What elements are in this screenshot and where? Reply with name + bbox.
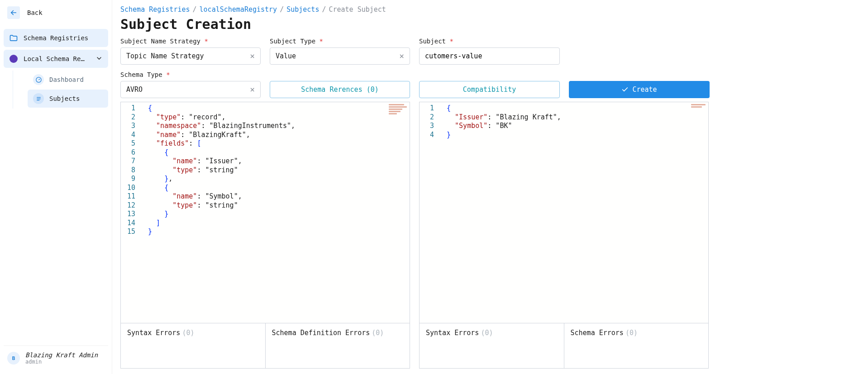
schema-definition-errors: Schema Definition Errors(0) [265, 323, 410, 368]
compat-wrap: Compatibility [419, 71, 560, 98]
crumb-subjects[interactable]: Subjects [286, 5, 319, 14]
sample-editor[interactable]: 1234 { "Issuer": "Blazing Kraft", "Symbo… [420, 102, 708, 323]
sample-schema-errors: Schema Errors(0) [564, 323, 709, 368]
sample-syntax-errors: Syntax Errors(0) [420, 323, 564, 368]
crumb-current: Create Subject [329, 5, 386, 14]
subject-label-text: Subject * [419, 38, 560, 45]
check-icon [621, 86, 629, 93]
references-wrap: Schema Rerences (0) [270, 71, 410, 98]
name-strategy-label: Subject Name Strategy * [120, 38, 261, 45]
sidebar-item-label: Subjects [49, 95, 80, 102]
list-icon [33, 93, 44, 104]
subject-type-label: Subject Type * [270, 38, 410, 45]
back-label: Back [27, 9, 43, 16]
minimap-icon [691, 104, 706, 108]
schema-editor-gutter: 123456789101112131415 [121, 102, 143, 323]
clear-icon[interactable]: × [250, 85, 255, 94]
schema-syntax-errors: Syntax Errors(0) [121, 323, 265, 368]
compatibility-button[interactable]: Compatibility [419, 81, 560, 98]
subject-type-select[interactable]: Value × [270, 47, 410, 65]
field-subject-type: Subject Type * Value × [270, 38, 410, 65]
main-content: Schema Registries / localSchemaRegistry … [112, 0, 868, 374]
form-row-1: Subject Name Strategy * Topic Name Strat… [120, 38, 860, 65]
subject-input[interactable] [419, 47, 560, 65]
sidebar-item-subjects[interactable]: Subjects [28, 90, 108, 108]
minimap-icon [389, 104, 407, 115]
crumb-sep: / [280, 5, 284, 14]
sidebar: Back Schema Registries Local Schema Regi… [0, 0, 112, 374]
clear-icon[interactable]: × [399, 52, 404, 60]
schema-editor[interactable]: 123456789101112131415 { "type": "record"… [121, 102, 410, 323]
breadcrumb: Schema Registries / localSchemaRegistry … [120, 5, 860, 14]
create-wrap: Create [569, 71, 710, 98]
name-strategy-select[interactable]: Topic Name Strategy × [120, 47, 261, 65]
chevron-down-icon [95, 55, 103, 63]
page-title: Subject Creation [120, 16, 860, 32]
schema-type-label: Schema Type * [120, 71, 261, 78]
create-button[interactable]: Create [569, 81, 710, 98]
gauge-icon [33, 74, 44, 85]
sample-errors-row: Syntax Errors(0) Schema Errors(0) [420, 323, 708, 368]
schema-type-value: AVRO [126, 85, 143, 94]
sample-editor-panel: 1234 { "Issuer": "Blazing Kraft", "Symbo… [419, 102, 709, 369]
name-strategy-value: Topic Name Strategy [126, 52, 204, 60]
sample-editor-gutter: 1234 [420, 102, 442, 323]
create-button-label: Create [632, 85, 657, 94]
nav-schema-registries-label: Schema Registries [24, 34, 88, 42]
back-icon [7, 6, 20, 19]
nav-local-schema-registry-label: Local Schema Regi… [24, 55, 87, 62]
crumb-sep: / [322, 5, 326, 14]
sidebar-item-dashboard[interactable]: Dashboard [28, 71, 108, 89]
sample-editor-code[interactable]: { "Issuer": "Blazing Kraft", "Symbol": "… [442, 102, 708, 323]
field-name-strategy: Subject Name Strategy * Topic Name Strat… [120, 38, 261, 65]
folder-icon [9, 33, 18, 43]
footer-username: Blazing Kraft Admin [25, 351, 98, 359]
sidebar-footer: B Blazing Kraft Admin admin [4, 346, 108, 370]
clear-icon[interactable]: × [250, 52, 255, 60]
crumb-registries[interactable]: Schema Registries [120, 5, 190, 14]
field-subject: Subject * [419, 38, 560, 65]
schema-type-select[interactable]: AVRO × [120, 81, 261, 98]
nav-schema-registries[interactable]: Schema Registries [4, 29, 108, 47]
registry-circle-icon [9, 54, 18, 63]
sidebar-subtree: Dashboard Subjects [13, 71, 108, 109]
back-button[interactable]: Back [4, 4, 108, 22]
crumb-local[interactable]: localSchemaRegistry [200, 5, 277, 14]
schema-references-button[interactable]: Schema Rerences (0) [270, 81, 410, 98]
schema-errors-row: Syntax Errors(0) Schema Definition Error… [121, 323, 410, 368]
subject-type-value: Value [276, 52, 296, 60]
schema-editor-panel: 123456789101112131415 { "type": "record"… [120, 102, 410, 369]
avatar[interactable]: B [7, 352, 20, 365]
crumb-sep: / [193, 5, 197, 14]
schema-editor-code[interactable]: { "type": "record", "namespace": "Blazin… [143, 102, 410, 323]
sidebar-item-label: Dashboard [49, 76, 84, 83]
nav-local-schema-registry[interactable]: Local Schema Regi… [4, 50, 108, 68]
form-row-2: Schema Type * AVRO × Schema Rerences (0)… [120, 71, 860, 98]
field-schema-type: Schema Type * AVRO × [120, 71, 261, 98]
footer-role: admin [25, 359, 98, 365]
editors-row: 123456789101112131415 { "type": "record"… [120, 102, 860, 369]
